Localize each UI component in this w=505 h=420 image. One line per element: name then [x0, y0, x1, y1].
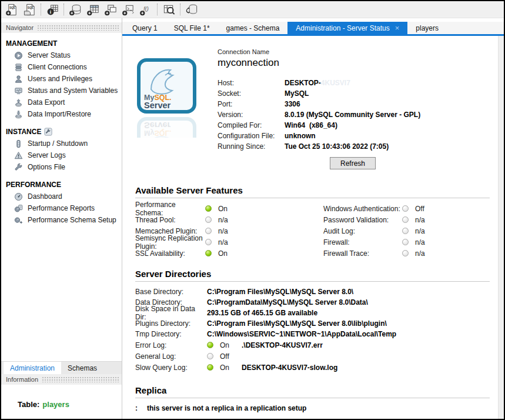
create-function-icon: f(): [139, 3, 153, 16]
feature-value: Off: [415, 205, 424, 213]
log-label: Slow Query Log:: [135, 364, 207, 372]
directory-value: 293.15 GB of 465.15 GB available: [207, 309, 317, 317]
status-led-na: [402, 216, 409, 223]
sidebar-item-label: Server Logs: [28, 151, 66, 159]
features-section-title: Available Server Features: [135, 185, 490, 198]
log-row-error-log: Error Log:On.\DESKTOP-4KUSVI7.err: [135, 339, 490, 351]
status-led-off: [402, 205, 409, 212]
tab-label: players: [416, 24, 439, 32]
sidebar-item-label: Data Import/Restore: [28, 110, 91, 118]
sidebar-item-data-import-restore[interactable]: Data Import/Restore: [1, 108, 122, 120]
sidebar-item-client-connections[interactable]: Client Connections: [1, 61, 122, 73]
inspector-button[interactable]: i: [44, 2, 61, 18]
editor-area: Query 1SQL File 1*games - SchemaAdminist…: [122, 18, 504, 419]
create-view-button[interactable]: [102, 2, 119, 18]
sidebar-item-performance-schema-setup[interactable]: Performance Schema Setup: [1, 214, 122, 226]
reconnect-dbms-button[interactable]: [183, 2, 200, 18]
feature-row-audit-log: Audit Log:n/a: [323, 225, 490, 236]
feature-row-semisync-replication-plugin: Semisync Replication Plugin:n/a: [135, 236, 323, 248]
svg-text:Server: Server: [144, 101, 171, 110]
sidebar-item-server-status[interactable]: Server Status: [1, 49, 122, 61]
status-led-on: [207, 364, 213, 371]
client-connections-icon: [14, 63, 23, 72]
log-state: On: [220, 341, 242, 349]
create-table-button[interactable]: [84, 2, 102, 18]
refresh-button[interactable]: Refresh: [330, 157, 376, 169]
tab-players[interactable]: players: [407, 22, 447, 34]
server-logs-icon: [14, 151, 23, 160]
nav-section-label: INSTANCE: [6, 128, 41, 136]
users-privileges-icon: [14, 75, 23, 84]
sidebar-item-data-export[interactable]: Data Export: [1, 96, 122, 108]
refresh-row: Refresh: [218, 157, 490, 169]
directory-label: Disk Space in Data Dir:: [135, 305, 207, 321]
tab-administration-server-status[interactable]: Administration - Server Status×: [287, 22, 407, 34]
sidebar-item-server-logs[interactable]: Server Logs: [1, 149, 122, 161]
feature-label: Password Validation:: [323, 216, 402, 224]
sidebar-tab-schemas[interactable]: Schemas: [61, 362, 103, 374]
create-table-icon: [86, 3, 100, 16]
open-sql-script-button[interactable]: SQL: [21, 2, 38, 18]
connection-summary-block: MySQL.ServerMySQL.Server Connection Name…: [135, 48, 490, 169]
sidebar-item-label: Client Connections: [28, 63, 87, 71]
toolbar-separator: [63, 4, 64, 15]
directory-label: Base Directory:: [135, 288, 207, 296]
sidebar-tab-administration[interactable]: Administration: [4, 362, 61, 374]
information-title: Information: [6, 376, 38, 383]
status-led-na: [205, 228, 212, 234]
search-data-button[interactable]: [160, 2, 178, 18]
mysql-server-badge: MySQL.ServerMySQL.Server: [135, 48, 218, 169]
sidebar-item-startup-shutdown[interactable]: Startup / Shutdown: [1, 138, 122, 149]
sidebar-item-users-and-privileges[interactable]: Users and Privileges: [1, 73, 122, 85]
feature-row-windows-authentication: Windows Authentication:Off: [323, 203, 490, 214]
information-panel: Table:players: [1, 385, 122, 419]
tab-close-icon[interactable]: ×: [395, 24, 400, 32]
tab-query-1[interactable]: Query 1: [124, 22, 166, 34]
sidebar-item-dashboard[interactable]: Dashboard: [1, 191, 122, 202]
log-label: Error Log:: [135, 341, 207, 349]
information-header[interactable]: Information: [1, 374, 122, 385]
toolbar-separator: [41, 4, 41, 15]
server-directories-section: Server Directories Base Directory:C:\Pro…: [135, 269, 490, 373]
create-schema-button[interactable]: [66, 2, 84, 18]
create-function-button[interactable]: f(): [137, 2, 155, 18]
redacted-text: 4KUSVI7: [321, 79, 350, 87]
info-table-name[interactable]: players: [42, 400, 69, 409]
feature-value: On: [218, 249, 228, 258]
tab-sql-file-1[interactable]: SQL File 1*: [166, 22, 218, 34]
connection-row-value: DESKTOP-4KUSVI7: [285, 79, 350, 87]
new-sql-tab-button[interactable]: SQL: [3, 2, 21, 18]
connection-row-socket: Socket:MySQL: [218, 88, 490, 99]
sidebar-item-options-file[interactable]: Options File: [1, 161, 122, 173]
connection-row-label: Configuration File:: [218, 132, 285, 140]
sidebar-item-status-and-system-variables[interactable]: Status and System Variables: [1, 85, 122, 96]
available-server-features-section: Available Server Features Performance Sc…: [135, 185, 490, 259]
sidebar-item-label: Options File: [28, 163, 65, 171]
sidebar-item-label: Status and System Variables: [28, 86, 118, 95]
directory-row-disk-space-in-data-dir: Disk Space in Data Dir:293.15 GB of 465.…: [135, 308, 490, 318]
connection-name: myconnection: [218, 57, 490, 69]
directory-value: C:\Windows\SERVIC~1\NETWOR~1\AppData\Loc…: [207, 330, 396, 338]
directory-label: Plugins Directory:: [135, 319, 207, 328]
directory-value: C:\Program Files\MySQL\MySQL Server 8.0\…: [207, 319, 387, 328]
navigator-title: Navigator: [6, 24, 34, 31]
create-procedure-button[interactable]: [119, 2, 137, 18]
data-import-icon: [14, 110, 23, 119]
feature-value: n/a: [415, 227, 425, 235]
mysql-server-logo-reflection: MySQL.Server: [136, 116, 218, 138]
status-led-on: [205, 250, 212, 256]
status-led-na: [205, 216, 212, 223]
sidebar-item-label: Startup / Shutdown: [28, 139, 88, 148]
feature-row-firewall-trace: Firewall Trace:n/a: [323, 248, 490, 259]
info-table-label: Table:: [18, 400, 39, 409]
tab-games-schema[interactable]: games - Schema: [218, 22, 288, 34]
sidebar-item-performance-reports[interactable]: Performance Reports: [1, 202, 122, 214]
feature-value: On: [218, 205, 228, 213]
connection-row-running-since: Running Since:Tue Oct 25 10:43:06 2022 (…: [218, 141, 490, 152]
tab-label: Administration - Server Status: [296, 24, 389, 32]
log-state: On: [220, 364, 242, 372]
feature-value: n/a: [218, 227, 228, 235]
vertical-scrollbar[interactable]: [498, 36, 504, 419]
navigator-header[interactable]: Navigator: [1, 22, 122, 33]
log-row-general-log: General Log:Off: [135, 351, 490, 362]
